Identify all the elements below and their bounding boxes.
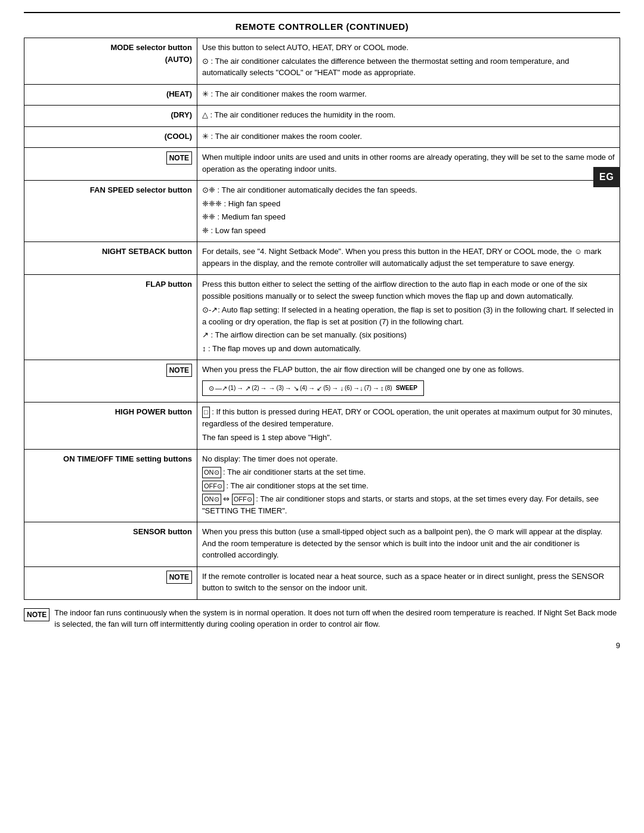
- table-row-timer: ON TIME/OFF TIME setting buttons No disp…: [24, 449, 620, 522]
- mode-main-text: Use this button to select AUTO, HEAT, DR…: [202, 42, 615, 54]
- bottom-note-label: NOTE: [24, 608, 49, 621]
- fan-med-text: ❈❈ : Medium fan speed: [202, 211, 615, 223]
- flap-note-label-cell: NOTE: [24, 360, 197, 402]
- timer-text2: ON⊙ : The air conditioner starts at the …: [202, 466, 615, 478]
- table-row-sensor: SENSOR button When you press this button…: [24, 522, 620, 567]
- flap-arrow5: → ↙: [308, 383, 322, 394]
- timer-label-cell: ON TIME/OFF TIME setting buttons: [24, 449, 197, 522]
- highpower-label: HIGH POWER button: [115, 407, 192, 416]
- flap-label-cell: FLAP button: [24, 275, 197, 360]
- flap-diagram: ⊙ —↗ (1) → ↗ (2) → → (3) → ↘ (4) → ↙ (5)…: [202, 380, 615, 397]
- fan-label-cell: FAN SPEED selector button: [24, 181, 197, 242]
- mode-note-content: When multiple indoor units are used and …: [197, 148, 620, 181]
- flap-arrow3: → →: [261, 383, 275, 394]
- flap-content-cell: Press this button either to select the s…: [197, 275, 620, 360]
- cool-content-cell: ✳ : The air conditioner makes the room c…: [197, 126, 620, 148]
- table-row-flap-note: NOTE When you press the FLAP button, the…: [24, 360, 620, 402]
- bottom-note: NOTE The indoor fan runs continuously wh…: [24, 607, 620, 630]
- flap-step7: (7): [364, 383, 371, 392]
- table-row-sensor-note: NOTE If the remote controller is located…: [24, 566, 620, 599]
- sensor-note-label: NOTE: [166, 571, 192, 584]
- sensor-label-cell: SENSOR button: [24, 522, 197, 567]
- fan-high-text: ❈❈❈ : High fan speed: [202, 198, 615, 210]
- fan-label: FAN SPEED selector button: [90, 185, 192, 194]
- table-row: MODE selector button (AUTO) Use this but…: [24, 38, 620, 85]
- flap-step8: (8): [385, 383, 392, 392]
- timer-text1: No display: The timer does not operate.: [202, 453, 615, 465]
- bottom-note-text: The indoor fan runs continuously when th…: [54, 607, 620, 630]
- flap-arrow2: → ↗: [237, 383, 250, 394]
- night-label-cell: NIGHT SETBACK button: [24, 242, 197, 275]
- heat-text: ✳ : The air conditioner makes the room w…: [202, 88, 615, 100]
- mode-note-label: NOTE: [166, 151, 192, 165]
- sensor-label: SENSOR button: [133, 527, 192, 536]
- flap-step4: (4): [300, 383, 307, 392]
- sensor-content-cell: When you press this button (use a small-…: [197, 522, 620, 567]
- table-row-heat: (HEAT) ✳ : The air conditioner makes the…: [24, 84, 620, 106]
- mode-label: MODE selector button: [110, 43, 192, 52]
- flap-label: FLAP button: [145, 280, 192, 289]
- cool-text: ✳ : The air conditioner makes the room c…: [202, 131, 615, 143]
- flap-arrow4: → ↘: [285, 383, 299, 394]
- eg-badge: EG: [593, 167, 620, 187]
- table-row-dry: (DRY) △ : The air conditioner reduces th…: [24, 106, 620, 127]
- flap-step1: (1): [228, 383, 236, 392]
- flap-step3: (3): [277, 383, 284, 392]
- page-title: REMOTE CONTROLLER (CONTINUED): [24, 21, 620, 32]
- dry-label: (DRY): [171, 110, 192, 119]
- flap-note-text: When you press the FLAP button, the air …: [202, 364, 615, 376]
- dry-label-cell: (DRY): [24, 106, 197, 127]
- heat-content-cell: ✳ : The air conditioner makes the room w…: [197, 84, 620, 106]
- mode-note-label-cell: NOTE: [24, 148, 197, 181]
- sensor-note-text: If the remote controller is located near…: [202, 571, 615, 594]
- night-content-cell: For details, see "4. Night Setback Mode"…: [197, 242, 620, 275]
- flap-arrow8: →: [373, 383, 379, 394]
- auto-label: (AUTO): [165, 55, 192, 64]
- fan-auto-text: ⊙❈ : The air conditioner automatically d…: [202, 184, 615, 196]
- mode-auto-text: ⊙ : The air conditioner calculates the d…: [202, 55, 615, 79]
- heat-label: (HEAT): [166, 89, 192, 98]
- table-row-cool: (COOL) ✳ : The air conditioner makes the…: [24, 126, 620, 148]
- highpower-text2: The fan speed is 1 step above "High".: [202, 432, 615, 444]
- sensor-text: When you press this button (use a small-…: [202, 526, 615, 561]
- table-row-night: NIGHT SETBACK button For details, see "4…: [24, 242, 620, 275]
- flap-diagram-box: ⊙ —↗ (1) → ↗ (2) → → (3) → ↘ (4) → ↙ (5)…: [202, 380, 424, 397]
- sweep-label: SWEEP: [396, 383, 417, 392]
- table-row-fan: FAN SPEED selector button ⊙❈ : The air c…: [24, 181, 620, 242]
- cool-label-cell: (COOL): [24, 126, 197, 148]
- flap-note-content: When you press the FLAP button, the air …: [197, 360, 620, 402]
- flap-arrow1: —↗: [215, 383, 227, 394]
- timer-text3: OFF⊙ : The air conditioner stops at the …: [202, 480, 615, 492]
- flap-arrow6: → ↓: [332, 383, 343, 394]
- flap-step-start: ⊙: [209, 383, 214, 394]
- main-table: MODE selector button (AUTO) Use this but…: [24, 38, 620, 600]
- highpower-content-cell: □ : If this button is pressed during HEA…: [197, 402, 620, 450]
- flap-note-label: NOTE: [166, 364, 192, 377]
- highpower-text1: □ : If this button is pressed during HEA…: [202, 406, 615, 429]
- night-label: NIGHT SETBACK button: [102, 247, 192, 256]
- page-number: 9: [24, 641, 620, 650]
- mode-note-text: When multiple indoor units are used and …: [202, 151, 615, 175]
- timer-text4: ON⊙ ⇔ OFF⊙ : The air conditioner stops a…: [202, 493, 615, 516]
- highpower-label-cell: HIGH POWER button: [24, 402, 197, 450]
- flap-step2: (2): [252, 383, 259, 392]
- dry-content-cell: △ : The air conditioner reduces the humi…: [197, 106, 620, 127]
- cool-label: (COOL): [165, 132, 192, 141]
- timer-content-cell: No display: The timer does not operate. …: [197, 449, 620, 522]
- sensor-note-content: If the remote controller is located near…: [197, 566, 620, 599]
- flap-sweep-sym: ↕: [380, 383, 384, 394]
- fan-content-cell: ⊙❈ : The air conditioner automatically d…: [197, 181, 620, 242]
- flap-arrow7: →↓: [353, 383, 363, 394]
- mode-label-cell: MODE selector button (AUTO): [24, 38, 197, 85]
- table-row-highpower: HIGH POWER button □ : If this button is …: [24, 402, 620, 450]
- mode-content-cell: Use this button to select AUTO, HEAT, DR…: [197, 38, 620, 85]
- flap-text3: ↗ : The airflow direction can be set man…: [202, 329, 615, 341]
- flap-text4: ↕ : The flap moves up and down automatic…: [202, 343, 615, 355]
- sensor-note-label-cell: NOTE: [24, 566, 197, 599]
- table-row-mode-note: NOTE When multiple indoor units are used…: [24, 148, 620, 181]
- night-text: For details, see "4. Night Setback Mode"…: [202, 246, 615, 269]
- timer-label: ON TIME/OFF TIME setting buttons: [63, 454, 192, 463]
- table-row-flap: FLAP button Press this button either to …: [24, 275, 620, 360]
- heat-label-cell: (HEAT): [24, 84, 197, 106]
- fan-low-text: ❈ : Low fan speed: [202, 225, 615, 237]
